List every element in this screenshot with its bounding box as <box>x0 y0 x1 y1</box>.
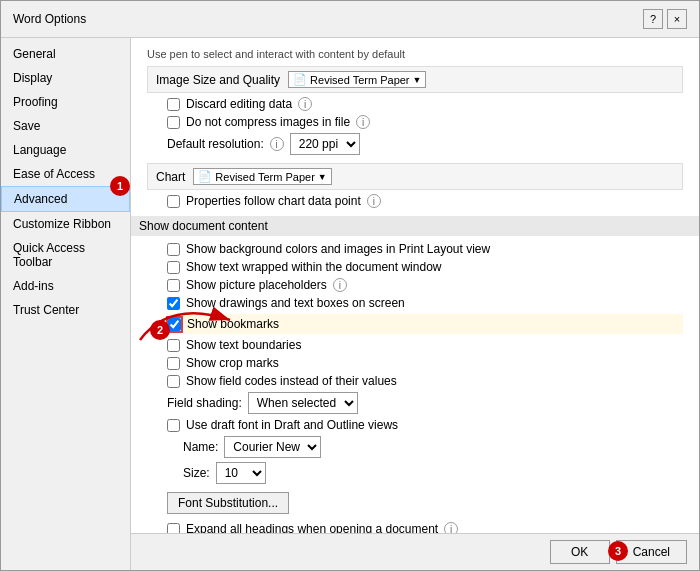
default-res-info-icon[interactable]: i <box>270 137 284 151</box>
properties-follow-row: Properties follow chart data point i <box>167 194 683 208</box>
field-shading-row: Field shading: When selected Always Neve… <box>167 392 683 414</box>
show-text-boundaries-row: Show text boundaries <box>167 338 683 352</box>
sidebar: General Display Proofing Save Language E… <box>1 38 131 570</box>
discard-editing-label: Discard editing data <box>186 97 292 111</box>
close-button[interactable]: × <box>667 9 687 29</box>
font-size-row: Size: 10 8 12 <box>183 462 683 484</box>
sidebar-item-trust[interactable]: Trust Center <box>1 298 130 322</box>
dialog-wrapper: Word Options ? × General Display Proofin… <box>0 0 700 571</box>
badge-1: 1 <box>110 176 130 196</box>
use-draft-font-checkbox[interactable] <box>167 419 180 432</box>
content-scroll: Use pen to select and interact with cont… <box>131 38 699 533</box>
expand-headings-row: Expand all headings when opening a docum… <box>167 522 683 533</box>
show-drawings-label: Show drawings and text boxes on screen <box>186 296 405 310</box>
show-field-codes-row: Show field codes instead of their values <box>167 374 683 388</box>
no-compress-label: Do not compress images in file <box>186 115 350 129</box>
show-text-wrapped-row: Show text wrapped within the document wi… <box>167 260 683 274</box>
properties-info-icon[interactable]: i <box>367 194 381 208</box>
default-resolution-label: Default resolution: <box>167 137 264 151</box>
show-text-wrapped-label: Show text wrapped within the document wi… <box>186 260 441 274</box>
title-bar: Word Options ? × <box>1 1 699 38</box>
chart-label: Chart <box>156 170 185 184</box>
show-field-codes-checkbox[interactable] <box>167 375 180 388</box>
font-substitution-button[interactable]: Font Substitution... <box>167 492 289 514</box>
properties-follow-checkbox[interactable] <box>167 195 180 208</box>
ok-button[interactable]: OK <box>550 540 610 564</box>
help-button[interactable]: ? <box>643 9 663 29</box>
show-text-boundaries-checkbox[interactable] <box>167 339 180 352</box>
image-quality-section-header: Image Size and Quality 📄 Revised Term Pa… <box>147 66 683 93</box>
title-bar-controls: ? × <box>643 9 687 29</box>
resolution-dropdown[interactable]: 220 ppi 96 ppi 150 ppi 330 ppi <box>290 133 360 155</box>
sidebar-item-proofing[interactable]: Proofing <box>1 90 130 114</box>
expand-headings-label: Expand all headings when opening a docum… <box>186 522 438 533</box>
font-size-label: Size: <box>183 466 210 480</box>
show-picture-row: Show picture placeholders i <box>167 278 683 292</box>
no-compress-row: Do not compress images in file i <box>167 115 683 129</box>
show-doc-content-header: Show document content <box>131 216 699 236</box>
top-text: Use pen to select and interact with cont… <box>147 46 683 62</box>
picture-info-icon[interactable]: i <box>333 278 347 292</box>
sidebar-item-addins[interactable]: Add-ins <box>1 274 130 298</box>
expand-headings-checkbox[interactable] <box>167 523 180 534</box>
discard-editing-row: Discard editing data i <box>167 97 683 111</box>
default-resolution-row: Default resolution: i 220 ppi 96 ppi 150… <box>167 133 683 155</box>
show-background-label: Show background colors and images in Pri… <box>186 242 490 256</box>
show-field-codes-label: Show field codes instead of their values <box>186 374 397 388</box>
font-name-row: Name: Courier New <box>183 436 683 458</box>
show-text-boundaries-label: Show text boundaries <box>186 338 301 352</box>
font-name-dropdown[interactable]: Courier New <box>224 436 321 458</box>
use-draft-font-row: Use draft font in Draft and Outline view… <box>167 418 683 432</box>
show-text-wrapped-checkbox[interactable] <box>167 261 180 274</box>
discard-editing-checkbox[interactable] <box>167 98 180 111</box>
show-crop-checkbox[interactable] <box>167 357 180 370</box>
chart-doc-dropdown[interactable]: 📄 Revised Term Paper ▼ <box>193 168 331 185</box>
dialog-body: General Display Proofing Save Language E… <box>1 38 699 570</box>
expand-info-icon[interactable]: i <box>444 522 458 533</box>
show-picture-checkbox[interactable] <box>167 279 180 292</box>
sidebar-item-general[interactable]: General <box>1 42 130 66</box>
show-drawings-row: Show drawings and text boxes on screen <box>167 296 683 310</box>
show-crop-label: Show crop marks <box>186 356 279 370</box>
font-name-label: Name: <box>183 440 218 454</box>
badge-2: 2 <box>150 320 170 340</box>
show-bookmarks-row: Show bookmarks <box>167 314 683 334</box>
font-substitution-row: Font Substitution... <box>167 488 683 518</box>
sidebar-item-ribbon[interactable]: Customize Ribbon <box>1 212 130 236</box>
show-bookmarks-label: Show bookmarks <box>187 317 279 331</box>
badge-3: 3 <box>608 541 628 561</box>
sidebar-item-save[interactable]: Save <box>1 114 130 138</box>
image-quality-label: Image Size and Quality <box>156 73 280 87</box>
sidebar-item-qat[interactable]: Quick Access Toolbar <box>1 236 130 274</box>
sidebar-item-language[interactable]: Language <box>1 138 130 162</box>
properties-follow-label: Properties follow chart data point <box>186 194 361 208</box>
content-area: Use pen to select and interact with cont… <box>131 38 699 570</box>
dialog-title: Word Options <box>13 12 86 26</box>
show-drawings-checkbox[interactable] <box>167 297 180 310</box>
no-compress-checkbox[interactable] <box>167 116 180 129</box>
show-background-row: Show background colors and images in Pri… <box>167 242 683 256</box>
sidebar-item-display[interactable]: Display <box>1 66 130 90</box>
field-shading-dropdown[interactable]: When selected Always Never <box>248 392 358 414</box>
font-size-dropdown[interactable]: 10 8 12 <box>216 462 266 484</box>
show-crop-row: Show crop marks <box>167 356 683 370</box>
chart-section-header: Chart 📄 Revised Term Paper ▼ <box>147 163 683 190</box>
word-options-dialog: Word Options ? × General Display Proofin… <box>0 0 700 571</box>
show-picture-label: Show picture placeholders <box>186 278 327 292</box>
image-quality-doc-dropdown[interactable]: 📄 Revised Term Paper ▼ <box>288 71 426 88</box>
no-compress-info-icon[interactable]: i <box>356 115 370 129</box>
field-shading-label: Field shading: <box>167 396 242 410</box>
show-background-checkbox[interactable] <box>167 243 180 256</box>
use-draft-font-label: Use draft font in Draft and Outline view… <box>186 418 398 432</box>
discard-info-icon[interactable]: i <box>298 97 312 111</box>
